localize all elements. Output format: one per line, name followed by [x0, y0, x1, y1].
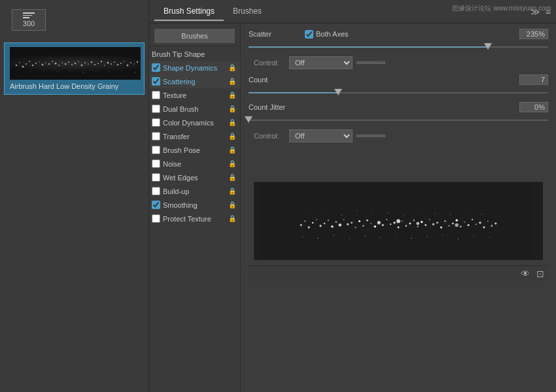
crop-icon[interactable]: ⊡: [536, 269, 544, 279]
svg-point-107: [487, 221, 489, 222]
brush-size-box[interactable]: 300: [12, 9, 46, 31]
svg-point-66: [328, 220, 329, 221]
scatter-value: 235%: [519, 29, 548, 39]
svg-point-56: [129, 57, 130, 58]
svg-point-65: [324, 223, 326, 225]
svg-point-38: [137, 61, 138, 62]
svg-point-68: [336, 221, 337, 223]
option-brush-tip-shape[interactable]: Brush Tip Shape: [149, 48, 240, 61]
svg-point-19: [75, 62, 76, 63]
control-label-1: Control:: [254, 59, 285, 67]
divider: [149, 46, 240, 46]
option-texture[interactable]: Texture 🔒: [149, 88, 240, 102]
svg-point-94: [436, 222, 438, 224]
checkbox-color-dynamics[interactable]: [152, 118, 160, 127]
brush-list-item[interactable]: Airbrush Hard Low Density Grainy: [4, 42, 145, 95]
svg-point-3: [22, 65, 24, 67]
option-transfer[interactable]: Transfer 🔒: [149, 129, 240, 143]
svg-point-130: [458, 238, 459, 240]
checkbox-texture[interactable]: [152, 91, 160, 99]
count-jitter-slider-track: [249, 120, 548, 121]
checkbox-protect-texture[interactable]: [152, 214, 160, 223]
count-slider-thumb[interactable]: [334, 89, 342, 95]
svg-point-92: [429, 219, 430, 220]
svg-point-103: [472, 219, 473, 220]
scatter-row: Scatter Both Axes 235%: [249, 29, 548, 39]
svg-point-9: [42, 63, 44, 65]
svg-point-24: [91, 61, 93, 63]
brush-name: Airbrush Hard Low Density Grainy: [10, 82, 139, 90]
svg-point-91: [425, 224, 426, 226]
option-protect-texture[interactable]: Protect Texture 🔒: [149, 212, 240, 225]
option-brush-pose[interactable]: Brush Pose 🔒: [149, 143, 240, 157]
count-row: Count 7: [249, 74, 548, 85]
checkbox-wet-edges[interactable]: [152, 173, 160, 182]
svg-point-93: [432, 223, 434, 225]
watermark: 思缘设计论坛 www.missyuan.com: [452, 4, 551, 13]
option-scattering[interactable]: Scattering 🔒: [149, 74, 240, 88]
lock-icon-color-dynamics: 🔒: [228, 119, 236, 126]
control-select-2[interactable]: Off Fade Pen Pressure Pen Tilt: [289, 129, 353, 142]
checkbox-dual-brush[interactable]: [152, 105, 160, 113]
svg-point-27: [101, 60, 102, 61]
count-jitter-slider-thumb[interactable]: [245, 116, 252, 123]
svg-point-25: [94, 63, 96, 65]
checkbox-scattering[interactable]: [152, 77, 160, 86]
option-wet-edges[interactable]: Wet Edges 🔒: [149, 171, 240, 184]
tab-brush-settings[interactable]: Brush Settings: [154, 3, 224, 21]
svg-point-43: [43, 71, 44, 71]
svg-point-34: [124, 61, 125, 62]
checkbox-smoothing[interactable]: [152, 201, 160, 209]
svg-point-36: [130, 62, 131, 63]
control-select-1[interactable]: Off Fade Pen Pressure Pen Tilt: [289, 56, 353, 69]
tab-brushes[interactable]: Brushes: [224, 3, 271, 21]
count-jitter-value: 0%: [519, 102, 548, 112]
svg-point-8: [39, 61, 39, 62]
lock-icon-protect-texture: 🔒: [228, 215, 236, 222]
option-dual-brush[interactable]: Dual Brush 🔒: [149, 102, 240, 116]
svg-point-120: [380, 237, 381, 238]
svg-point-54: [116, 56, 116, 57]
checkbox-brush-pose[interactable]: [152, 146, 160, 154]
svg-point-60: [304, 220, 305, 221]
lock-icon-brush-pose: 🔒: [228, 146, 236, 154]
count-label: Count: [249, 76, 301, 84]
svg-point-136: [377, 221, 381, 224]
svg-point-21: [81, 64, 83, 66]
option-noise[interactable]: Noise 🔒: [149, 157, 240, 171]
eye-icon[interactable]: 👁: [521, 269, 530, 279]
svg-point-29: [107, 61, 109, 63]
svg-point-125: [419, 212, 420, 212]
option-color-dynamics[interactable]: Color Dynamics 🔒: [149, 116, 240, 129]
lock-icon-texture: 🔒: [228, 91, 236, 99]
checkbox-transfer[interactable]: [152, 132, 160, 140]
svg-point-14: [58, 65, 60, 66]
count-jitter-label: Count Jitter: [249, 103, 301, 111]
lock-icon-dual-brush: 🔒: [228, 105, 236, 112]
svg-point-75: [362, 225, 364, 226]
scatter-slider[interactable]: [249, 42, 548, 52]
svg-point-139: [455, 223, 459, 227]
option-label-wet-edges: Wet Edges: [163, 174, 227, 182]
svg-point-67: [331, 225, 334, 228]
option-label-build-up: Build-up: [163, 188, 227, 195]
checkbox-shape-dynamics[interactable]: [152, 63, 160, 72]
brushes-button[interactable]: Brushes: [154, 29, 235, 43]
brush-preview-svg: [10, 47, 141, 80]
count-slider[interactable]: [249, 88, 548, 98]
both-axes-checkbox[interactable]: [305, 30, 313, 39]
both-axes-label[interactable]: Both Axes: [305, 30, 349, 39]
scatter-slider-thumb[interactable]: [484, 43, 492, 50]
svg-point-52: [103, 57, 103, 57]
checkbox-build-up[interactable]: [152, 187, 160, 195]
option-smoothing[interactable]: Smoothing 🔒: [149, 198, 240, 212]
svg-point-113: [326, 212, 326, 212]
svg-point-82: [390, 223, 391, 225]
svg-point-89: [417, 226, 419, 227]
count-jitter-slider[interactable]: [249, 115, 548, 125]
option-build-up[interactable]: Build-up 🔒: [149, 184, 240, 198]
svg-point-106: [483, 227, 485, 229]
option-shape-dynamics[interactable]: Shape Dynamics 🔒: [149, 61, 240, 74]
checkbox-noise[interactable]: [152, 159, 160, 168]
option-label-protect-texture: Protect Texture: [163, 215, 227, 223]
